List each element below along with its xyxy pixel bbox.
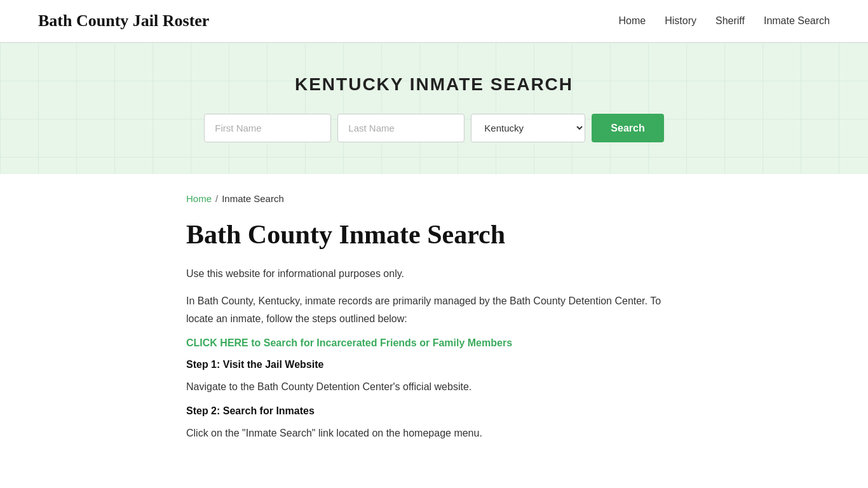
site-header: Bath County Jail Roster Home History She…	[0, 0, 868, 43]
nav-inmate-search[interactable]: Inmate Search	[764, 15, 830, 26]
first-name-input[interactable]	[204, 114, 331, 142]
breadcrumb-current: Inmate Search	[222, 193, 284, 204]
main-content: Home / Inmate Search Bath County Inmate …	[148, 174, 720, 488]
nav-home[interactable]: Home	[619, 15, 646, 26]
search-button[interactable]: Search	[592, 114, 663, 142]
step1-text: Navigate to the Bath County Detention Ce…	[186, 378, 682, 395]
step1-heading: Step 1: Visit the Jail Website	[186, 359, 682, 370]
state-select[interactable]: Kentucky Alabama Alaska Arizona Arkansas…	[471, 114, 585, 142]
site-title: Bath County Jail Roster	[38, 11, 209, 30]
click-here-link[interactable]: CLICK HERE to Search for Incarcerated Fr…	[186, 337, 512, 349]
page-heading: Bath County Inmate Search	[186, 219, 682, 250]
hero-title: KENTUCKY INMATE SEARCH	[13, 74, 855, 95]
breadcrumb: Home / Inmate Search	[186, 193, 682, 204]
step2-text: Click on the "Inmate Search" link locate…	[186, 424, 682, 442]
inmate-search-form: Kentucky Alabama Alaska Arizona Arkansas…	[13, 114, 855, 142]
intro-text-1: Use this website for informational purpo…	[186, 265, 682, 282]
breadcrumb-home[interactable]: Home	[186, 193, 212, 204]
breadcrumb-separator: /	[215, 193, 218, 204]
step2-heading: Step 2: Search for Inmates	[186, 405, 682, 417]
intro-text-2: In Bath County, Kentucky, inmate records…	[186, 292, 682, 327]
nav-sheriff[interactable]: Sheriff	[715, 15, 745, 26]
nav-history[interactable]: History	[665, 15, 696, 26]
hero-banner: KENTUCKY INMATE SEARCH Kentucky Alabama …	[0, 43, 868, 174]
main-nav: Home History Sheriff Inmate Search	[619, 15, 830, 27]
last-name-input[interactable]	[337, 114, 465, 142]
